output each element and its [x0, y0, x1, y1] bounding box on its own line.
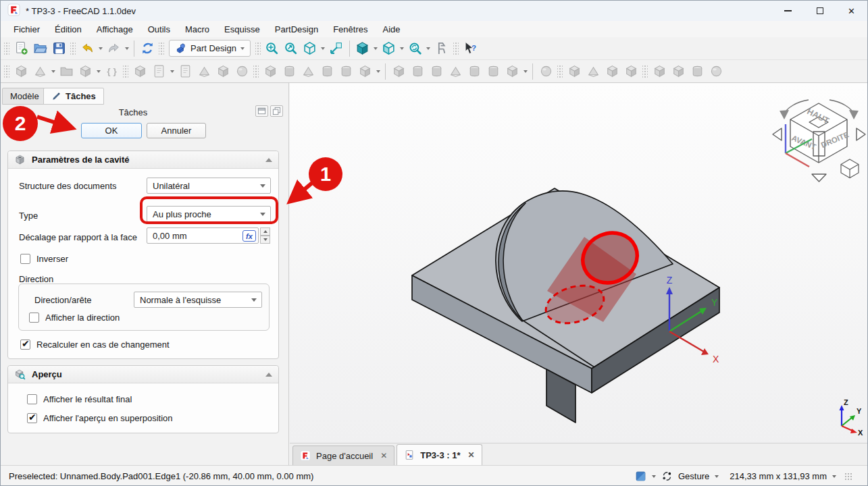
zoom-selection-icon[interactable] — [282, 39, 301, 58]
create-sketch-icon[interactable] — [30, 62, 49, 81]
gesture-navigation-icon[interactable] — [661, 470, 673, 482]
tab-start-page[interactable]: Page d'accueil ✕ — [292, 446, 394, 465]
ok-button[interactable]: OK — [81, 123, 142, 138]
cancel-button[interactable]: Annuler — [147, 123, 206, 138]
create-group-icon[interactable] — [57, 62, 76, 81]
minimize-button[interactable] — [772, 1, 804, 21]
menu-item-edition[interactable]: Édition — [47, 22, 89, 36]
resize-grip[interactable] — [844, 473, 852, 481]
polar-pattern-icon[interactable] — [688, 62, 707, 81]
collapse-arrow-icon[interactable] — [265, 373, 272, 377]
map-sketch-icon[interactable] — [149, 62, 168, 81]
offset-input[interactable]: 0,00 mm fx — [147, 227, 259, 244]
draw-style-icon[interactable] — [301, 39, 320, 58]
menu-item-affichage[interactable]: Affichage — [89, 22, 141, 36]
view-cube-icon[interactable] — [380, 39, 399, 58]
link-actions-dropdown-icon[interactable] — [95, 62, 102, 81]
isometric-view-dropdown-icon[interactable] — [372, 39, 380, 58]
create-datum-icon[interactable] — [195, 62, 213, 81]
redo-icon[interactable] — [104, 39, 123, 58]
additive-primitive-dropdown-icon[interactable] — [374, 62, 382, 81]
chevron-down-icon[interactable] — [832, 475, 836, 480]
final-result-checkbox-row[interactable]: Afficher le résultat final — [27, 394, 132, 404]
subtractive-pipe-icon[interactable] — [465, 62, 484, 81]
thickness-icon[interactable] — [621, 62, 640, 81]
create-sketch-dropdown-icon[interactable] — [49, 62, 57, 81]
pocket-icon[interactable] — [389, 62, 408, 81]
show-direction-checkbox-row[interactable]: Afficher la direction — [29, 313, 120, 323]
fit-all-icon[interactable] — [263, 39, 282, 58]
final-result-checkbox[interactable] — [27, 394, 37, 404]
structure-select[interactable]: Unilatéral — [147, 178, 271, 194]
inverser-checkbox-row[interactable]: Inverser — [20, 254, 68, 264]
isometric-view-icon[interactable] — [353, 39, 372, 58]
collapse-arrow-icon[interactable] — [265, 158, 272, 162]
additive-primitive-icon[interactable] — [355, 62, 374, 81]
tab-document-tp3[interactable]: TP3-3 : 1* ✕ — [397, 444, 482, 465]
pan-right-arrow-icon[interactable] — [857, 128, 865, 140]
refresh-icon[interactable] — [138, 39, 157, 58]
menu-item-macro[interactable]: Macro — [178, 22, 217, 36]
mirrored-icon[interactable] — [650, 62, 669, 81]
revolution-icon[interactable] — [280, 62, 299, 81]
navcube-mini-cube-icon[interactable] — [841, 159, 859, 178]
direction-edge-select[interactable]: Normale à l'esquisse — [134, 292, 262, 308]
save-document-icon[interactable] — [49, 39, 68, 58]
create-body-icon[interactable] — [11, 62, 30, 81]
menu-item-fenetres[interactable]: Fenêtres — [326, 22, 375, 36]
float-panel-icon[interactable] — [270, 105, 283, 117]
menu-item-esquisse[interactable]: Esquisse — [217, 22, 267, 36]
pocket-parameters-header[interactable]: Paramètres de la cavité — [8, 151, 278, 169]
spin-up-icon[interactable] — [260, 227, 270, 236]
undo-icon[interactable] — [78, 39, 97, 58]
link-navigate-icon[interactable] — [327, 39, 346, 58]
pan-down-arrow-icon[interactable] — [812, 174, 826, 182]
pad-icon[interactable] — [261, 62, 280, 81]
expression-icon[interactable]: { } — [102, 62, 121, 81]
menu-item-partdesign[interactable]: PartDesign — [267, 22, 326, 36]
sync-view-icon[interactable] — [406, 39, 425, 58]
map-sketch-dropdown-icon[interactable] — [168, 62, 176, 81]
open-document-icon[interactable] — [30, 39, 49, 58]
preview-header[interactable]: Aperçu — [8, 366, 278, 383]
chamfer-icon[interactable] — [584, 62, 603, 81]
workbench-selector[interactable]: Part Design — [169, 40, 251, 57]
chevron-down-icon[interactable] — [652, 475, 656, 480]
draw-style-dropdown-icon[interactable] — [320, 39, 327, 58]
fillet-icon[interactable] — [565, 62, 584, 81]
recompute-checkbox-row[interactable]: Recalculer en cas de changement — [20, 340, 170, 350]
groove-icon[interactable] — [427, 62, 446, 81]
subtractive-primitive-dropdown-icon[interactable] — [521, 62, 529, 81]
new-document-icon[interactable] — [11, 39, 30, 58]
additive-pipe-icon[interactable] — [317, 62, 336, 81]
undo-dropdown-icon[interactable] — [97, 39, 104, 58]
tab-model[interactable]: Modèle — [2, 88, 47, 105]
link-actions-icon[interactable] — [76, 62, 95, 81]
view-cube-dropdown-icon[interactable] — [399, 39, 406, 58]
subtractive-primitive-icon[interactable] — [503, 62, 521, 81]
tab-tasks[interactable]: Tâches — [43, 88, 104, 105]
subtractive-helix-icon[interactable] — [484, 62, 503, 81]
draft-icon[interactable] — [603, 62, 621, 81]
validate-sketch-icon[interactable] — [176, 62, 195, 81]
redo-dropdown-icon[interactable] — [123, 39, 130, 58]
linear-pattern-icon[interactable] — [669, 62, 688, 81]
measure-icon[interactable] — [432, 39, 451, 58]
close-tab-icon[interactable]: ✕ — [380, 451, 387, 460]
edit-feature-icon[interactable] — [130, 62, 149, 81]
menu-item-aide[interactable]: Aide — [375, 22, 407, 36]
nav-style-label[interactable]: Gesture — [678, 471, 709, 481]
spin-down-icon[interactable] — [260, 236, 270, 244]
overlay-preview-checkbox-row[interactable]: Afficher l'aperçu en superposition — [27, 413, 173, 423]
additive-helix-icon[interactable] — [336, 62, 355, 81]
view-dimensions[interactable]: 214,33 mm x 131,93 mm — [730, 471, 827, 481]
rotate-left-arrow-icon[interactable] — [780, 110, 789, 119]
expression-fx-icon[interactable]: fx — [242, 230, 256, 242]
boolean-icon[interactable] — [536, 62, 555, 81]
inverser-checkbox[interactable] — [20, 254, 30, 264]
recompute-checkbox[interactable] — [20, 340, 30, 350]
additive-loft-icon[interactable] — [299, 62, 317, 81]
multitransform-icon[interactable] — [707, 62, 725, 81]
close-button[interactable]: ✕ — [836, 1, 867, 21]
menu-item-fichier[interactable]: Fichier — [6, 22, 47, 36]
